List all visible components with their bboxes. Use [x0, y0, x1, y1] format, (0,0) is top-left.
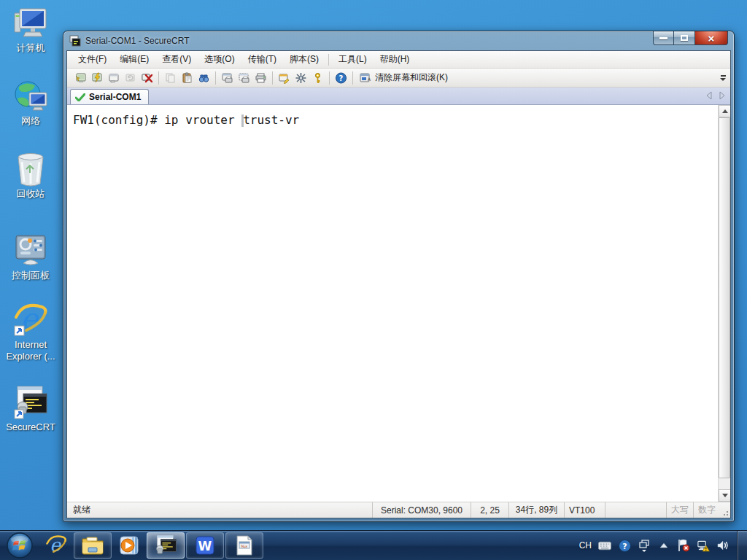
- desktop-icon-network[interactable]: 网络: [0, 79, 61, 127]
- speaker-icon[interactable]: [716, 539, 729, 552]
- menu-script[interactable]: 脚本(S): [283, 51, 325, 68]
- toolbar-separator: [272, 71, 273, 85]
- svg-text:W: W: [198, 539, 212, 553]
- terminal-text: FW1(config)# ip vrouter: [73, 113, 241, 127]
- language-indicator[interactable]: CH: [579, 540, 592, 551]
- menu-options[interactable]: 选项(O): [198, 51, 241, 68]
- window-title: Serial-COM1 - SecureCRT: [85, 36, 189, 46]
- control-panel-icon: [12, 233, 49, 268]
- desktop-icon-control-panel[interactable]: 控制面板: [0, 233, 61, 281]
- help-icon[interactable]: ?: [618, 539, 631, 552]
- status-serial-info: Serial: COM30, 9600: [372, 502, 471, 518]
- status-ready: 就绪: [67, 504, 372, 516]
- menu-view[interactable]: 查看(V): [155, 51, 198, 68]
- media-player-icon: [118, 534, 140, 556]
- chevron-down-icon: [720, 78, 726, 81]
- taskbar-wps-writer[interactable]: W: [186, 532, 224, 559]
- scrollbar-thumb[interactable]: [719, 117, 730, 478]
- maximize-button[interactable]: [674, 31, 695, 45]
- internet-explorer-icon: e: [12, 303, 49, 338]
- quick-connect-icon[interactable]: [88, 70, 105, 86]
- key-agent-icon[interactable]: [309, 70, 326, 86]
- help-icon[interactable]: ?: [333, 70, 349, 86]
- find-icon[interactable]: [196, 70, 212, 86]
- network-warning-icon[interactable]: [697, 539, 710, 552]
- show-hidden-icons-icon[interactable]: [657, 539, 670, 552]
- resize-grip[interactable]: [720, 502, 730, 518]
- vertical-scrollbar[interactable]: [718, 105, 730, 502]
- toolbar-window-icon[interactable]: [638, 539, 651, 552]
- close-button[interactable]: ×: [695, 31, 728, 45]
- desktop-icon-computer[interactable]: 计算机: [0, 6, 61, 54]
- clear-screen-label: 清除屏幕和回滚(K): [375, 71, 448, 84]
- toolbar-separator: [352, 71, 353, 85]
- taskbar-windows-explorer[interactable]: [74, 532, 112, 559]
- arrow-up-icon: [722, 109, 728, 113]
- minimize-button[interactable]: [653, 31, 674, 45]
- desktop-icon-securecrt[interactable]: SecureCRT: [0, 385, 61, 433]
- terminal-screen[interactable]: FW1(config)# ip vrouter trust-vr: [67, 105, 718, 502]
- toolbar-separator: [215, 71, 216, 85]
- system-tray: CH ?: [579, 531, 734, 560]
- wps-w-icon: W: [195, 535, 215, 556]
- tab-serial-com1[interactable]: Serial-COM1: [70, 89, 149, 104]
- arrow-down-icon: [722, 494, 728, 497]
- windows-start-icon: [6, 532, 34, 559]
- action-center-flag-icon[interactable]: [677, 539, 690, 552]
- status-caps-lock: 大写: [666, 502, 693, 518]
- menu-edit[interactable]: 编辑(E): [113, 51, 155, 68]
- clear-screen-icon: A: [359, 72, 371, 84]
- paste-icon[interactable]: [179, 70, 196, 86]
- session-options-icon[interactable]: [276, 70, 293, 86]
- tab-scroll-left-icon[interactable]: [705, 91, 713, 100]
- reconnect-icon[interactable]: [122, 70, 139, 86]
- taskbar: e: [0, 530, 747, 560]
- menu-bar: 文件(F) 编辑(E) 查看(V) 选项(O) 传输(T) 脚本(S) 工具(L…: [67, 51, 730, 69]
- disconnect-icon[interactable]: [139, 70, 155, 86]
- print-selection-icon[interactable]: [236, 70, 252, 86]
- svg-text:A: A: [368, 77, 371, 82]
- menu-separator: [328, 54, 329, 66]
- menu-transfer[interactable]: 传输(T): [241, 51, 283, 68]
- recycle-bin-icon: [12, 152, 49, 187]
- terminal-area: FW1(config)# ip vrouter trust-vr: [67, 105, 730, 502]
- start-button[interactable]: [0, 531, 39, 560]
- scroll-down-button[interactable]: [719, 489, 731, 502]
- keyboard-icon[interactable]: [598, 539, 611, 552]
- tab-scroll-right-icon[interactable]: [719, 91, 726, 100]
- tab-label: Serial-COM1: [89, 92, 141, 102]
- status-bar: 就绪 Serial: COM30, 9600 2, 25 34行, 89列 VT…: [67, 502, 730, 518]
- desktop-icon-label: Internet Explorer (...: [0, 339, 61, 362]
- desktop-icon-label: 计算机: [17, 42, 45, 54]
- copy-icon[interactable]: [162, 70, 179, 86]
- taskbar-generic-app[interactable]: 9&a: [225, 532, 263, 559]
- menu-tools[interactable]: 工具(L): [332, 51, 374, 68]
- print-screen-icon[interactable]: [219, 70, 236, 86]
- keymap-icon[interactable]: [293, 70, 309, 86]
- desktop-icon-recycle-bin[interactable]: 回收站: [0, 152, 61, 200]
- tab-bar: Serial-COM1: [67, 88, 730, 105]
- show-desktop-button[interactable]: [737, 531, 747, 560]
- menu-help[interactable]: 帮助(H): [374, 51, 417, 68]
- clear-screen-button[interactable]: A 清除屏幕和回滚(K): [356, 70, 453, 86]
- svg-text:?: ?: [339, 74, 344, 82]
- status-emulation: VT100: [564, 502, 605, 518]
- taskbar-internet-explorer[interactable]: e: [40, 532, 72, 559]
- network-icon: [12, 79, 49, 114]
- folder-icon: [81, 535, 104, 556]
- securecrt-app-icon: [69, 35, 81, 47]
- desktop-icon-label: 网络: [21, 115, 40, 127]
- print-icon[interactable]: [252, 70, 269, 86]
- window-titlebar[interactable]: Serial-COM1 - SecureCRT ×: [63, 31, 734, 50]
- toolbar: ? A 清除屏幕和回滚(K): [67, 69, 730, 88]
- taskbar-media-player[interactable]: [113, 532, 145, 559]
- connect-icon[interactable]: [71, 70, 88, 86]
- toolbar-overflow-button[interactable]: [718, 71, 728, 85]
- taskbar-securecrt[interactable]: [147, 532, 185, 559]
- desktop-icon-internet-explorer[interactable]: e Internet Explorer (...: [0, 303, 61, 362]
- svg-text:?: ?: [622, 541, 627, 551]
- menu-file[interactable]: 文件(F): [71, 51, 113, 68]
- desktop-icon-label: 回收站: [17, 188, 45, 200]
- scroll-up-button[interactable]: [719, 105, 731, 117]
- new-session-icon[interactable]: [105, 70, 122, 86]
